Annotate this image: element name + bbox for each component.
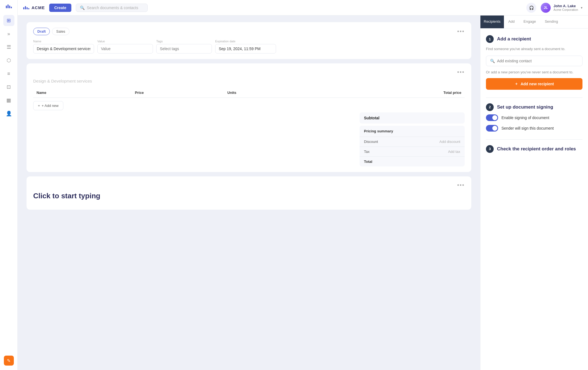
table-header-row: Name Price Units Total price bbox=[33, 88, 465, 98]
divider-1 bbox=[486, 97, 582, 98]
add-tab-label: Add bbox=[508, 19, 515, 24]
chevron-down-icon: ▾ bbox=[581, 6, 582, 10]
add-new-label: + Add new bbox=[42, 104, 59, 108]
tags-input[interactable] bbox=[156, 44, 212, 53]
table-section-title: Design & Development services bbox=[33, 79, 465, 83]
support-button[interactable]: 🎧 bbox=[526, 3, 536, 13]
tab-recipients[interactable]: Recipients bbox=[480, 16, 504, 28]
sidebar-item-cube[interactable]: ⬡ bbox=[3, 55, 14, 66]
sidebar-item-chart[interactable]: ▦ bbox=[3, 95, 14, 106]
add-new-button[interactable]: + + Add new bbox=[33, 101, 63, 110]
sidebar-item-document[interactable]: ☰ bbox=[3, 42, 14, 53]
logo-bar-1 bbox=[6, 6, 7, 8]
logo-bar-2 bbox=[7, 4, 9, 8]
search-bar[interactable]: 🔍 Search documents & contacts bbox=[76, 4, 148, 12]
tab-draft[interactable]: Draft bbox=[33, 28, 50, 35]
add-discount-link[interactable]: Add discount bbox=[439, 140, 460, 144]
step-2-badge: 2 bbox=[486, 103, 494, 111]
step-2-header: 2 Set up document signing bbox=[486, 103, 582, 111]
tl-bar4 bbox=[28, 8, 29, 9]
avatar: JL bbox=[541, 3, 551, 13]
create-button[interactable]: Create bbox=[49, 4, 71, 12]
field-name: Name bbox=[33, 40, 94, 53]
step-1-title: Add a recipient bbox=[497, 36, 531, 42]
field-tags: Tags bbox=[156, 40, 212, 53]
plus-icon: + bbox=[38, 104, 40, 108]
typing-card[interactable]: ••• Click to start typing bbox=[27, 176, 471, 210]
doc-header-card: Draft Sales ••• Name Value Tags bbox=[27, 22, 471, 59]
sidebar-item-dashboard[interactable]: ⊞ bbox=[3, 15, 14, 26]
enable-signing-label: Enable signing of document bbox=[501, 115, 549, 120]
subtotal-label: Subtotal bbox=[364, 116, 379, 120]
doc-card-header: Draft Sales ••• bbox=[33, 28, 465, 35]
col-total: Total price bbox=[318, 88, 465, 98]
doc-fields: Name Value Tags Expiration date bbox=[33, 40, 465, 53]
discount-label: Discount bbox=[364, 140, 378, 144]
tab-engage[interactable]: Engage bbox=[519, 16, 540, 28]
add-new-recipient-button[interactable]: ＋ Add new recipient bbox=[486, 78, 582, 90]
sender-sign-toggle[interactable] bbox=[486, 125, 498, 132]
add-tax-link[interactable]: Add tax bbox=[448, 150, 460, 154]
step-2-section: 2 Set up document signing Enable signing… bbox=[486, 103, 582, 132]
col-price: Price bbox=[132, 88, 224, 98]
user-details: John A. Lake Acme Corporation bbox=[553, 4, 578, 11]
sending-tab-label: Sending bbox=[545, 19, 558, 24]
sidebar: ⊞ » ☰ ⬡ ≡ ⊡ ▦ 👤 ✎ bbox=[0, 0, 18, 370]
engage-tab-label: Engage bbox=[524, 19, 536, 24]
user-menu[interactable]: JL John A. Lake Acme Corporation ▾ bbox=[541, 3, 582, 13]
pricing-summary: Pricing summary Discount Add discount Ta… bbox=[360, 126, 465, 166]
pricing-area: Subtotal Pricing summary Discount Add di… bbox=[33, 112, 465, 166]
doc-area: Draft Sales ••• Name Value Tags bbox=[18, 16, 480, 370]
main-wrapper: ACME Create 🔍 Search documents & contact… bbox=[18, 0, 588, 370]
field-value: Value bbox=[97, 40, 153, 53]
search-contact-field[interactable]: 🔍 bbox=[486, 56, 582, 66]
step-3-number: 3 bbox=[489, 147, 491, 151]
logo-bar-4 bbox=[11, 7, 12, 8]
search-icon: 🔍 bbox=[80, 6, 85, 10]
toggle-slider-2 bbox=[486, 125, 498, 132]
sidebar-item-chevrons[interactable]: » bbox=[3, 28, 14, 39]
sidebar-item-inbox[interactable]: ⊡ bbox=[3, 81, 14, 92]
sender-sign-label: Sender will sign this document bbox=[501, 126, 554, 130]
dashboard-icon: ⊞ bbox=[7, 17, 11, 24]
tab-add[interactable]: Add bbox=[504, 16, 519, 28]
more-options-button[interactable]: ••• bbox=[457, 28, 465, 35]
sidebar-bottom: ✎ bbox=[4, 356, 14, 366]
headphone-icon: 🎧 bbox=[529, 6, 534, 10]
tax-row: Tax Add tax bbox=[360, 147, 465, 157]
value-input[interactable] bbox=[97, 44, 153, 53]
name-input[interactable] bbox=[33, 44, 94, 53]
field-expiry-label: Expiration date bbox=[215, 40, 276, 43]
step-1-section: 1 Add a recipient Find someone you've al… bbox=[486, 35, 582, 90]
enable-signing-toggle[interactable] bbox=[486, 114, 498, 121]
table-head: Name Price Units Total price bbox=[33, 88, 465, 98]
edit-icon: ✎ bbox=[7, 358, 11, 363]
chart-icon: ▦ bbox=[6, 97, 11, 103]
typing-placeholder[interactable]: Click to start typing bbox=[33, 192, 465, 200]
sidebar-item-contacts[interactable]: 👤 bbox=[3, 108, 14, 119]
typing-more-options[interactable]: ••• bbox=[457, 182, 465, 188]
topnav-logo-bars bbox=[23, 6, 29, 9]
logo-bars bbox=[6, 4, 12, 8]
table-more-options[interactable]: ••• bbox=[457, 69, 465, 75]
total-label: Total bbox=[364, 160, 372, 164]
tab-sending[interactable]: Sending bbox=[540, 16, 563, 28]
cube-icon: ⬡ bbox=[7, 57, 11, 63]
expiry-input[interactable] bbox=[215, 44, 276, 53]
existing-contact-input[interactable] bbox=[497, 59, 578, 63]
sidebar-item-layers[interactable]: ≡ bbox=[3, 68, 14, 79]
field-value-label: Value bbox=[97, 40, 153, 43]
field-expiry: Expiration date bbox=[215, 40, 276, 53]
total-row: Total bbox=[360, 157, 465, 166]
chevrons-icon: » bbox=[7, 31, 10, 37]
enable-signing-row: Enable signing of document bbox=[486, 114, 582, 121]
typing-card-header: ••• bbox=[33, 182, 465, 188]
step-3-header: 3 Check the recipient order and roles bbox=[486, 145, 582, 153]
field-name-label: Name bbox=[33, 40, 94, 43]
tab-sales[interactable]: Sales bbox=[52, 28, 69, 35]
edit-icon-button[interactable]: ✎ bbox=[4, 356, 14, 366]
step-1-number: 1 bbox=[489, 37, 491, 41]
subtotal-row: Subtotal bbox=[360, 112, 465, 124]
search-placeholder: Search documents & contacts bbox=[87, 6, 138, 10]
step-1-desc: Find someone you've already sent a docum… bbox=[486, 46, 582, 52]
